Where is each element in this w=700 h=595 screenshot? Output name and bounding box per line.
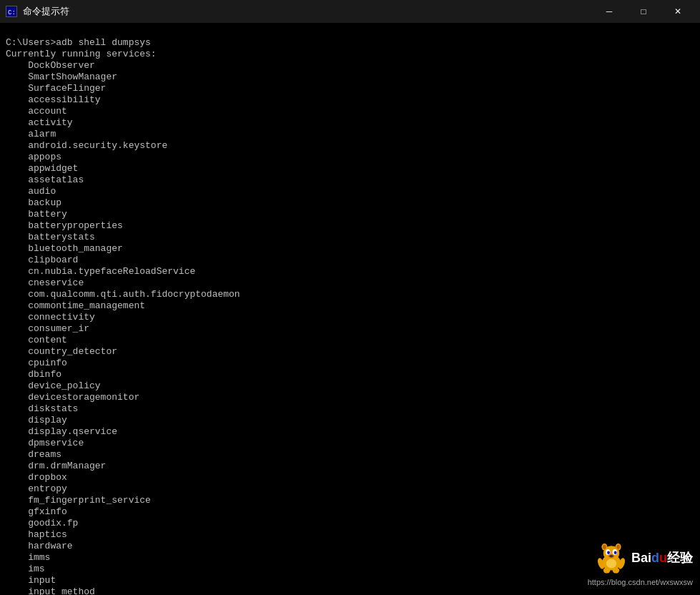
svg-point-15	[610, 555, 613, 557]
cmd-window: C: 命令提示符 ─ □ ✕ C:\Users>adb shell dumpsy…	[0, 0, 700, 595]
svg-point-7	[616, 545, 620, 549]
svg-point-11	[614, 551, 617, 554]
svg-point-10	[607, 551, 610, 554]
svg-point-6	[603, 545, 606, 549]
window-title: 命令提示符	[23, 5, 69, 18]
terminal-output: C:\Users>adb shell dumpsys Currently run…	[6, 26, 694, 595]
svg-point-20	[606, 559, 616, 569]
svg-point-18	[603, 568, 611, 574]
titlebar: C: 命令提示符 ─ □ ✕	[0, 0, 700, 23]
watermark: Baidu经验 https://blog.csdn.net/wxswxsw	[588, 541, 693, 588]
minimize-button[interactable]: ─	[593, 0, 626, 23]
watermark-brand: Baidu经验	[631, 552, 693, 564]
close-button[interactable]: ✕	[661, 0, 694, 23]
svg-point-12	[608, 551, 610, 553]
svg-text:C:: C:	[8, 9, 16, 16]
baidu-logo-area: Baidu经验	[588, 541, 693, 575]
maximize-button[interactable]: □	[627, 0, 660, 23]
terminal-content[interactable]: C:\Users>adb shell dumpsys Currently run…	[0, 23, 700, 595]
svg-point-13	[615, 551, 616, 553]
baidu-bear-icon	[594, 541, 628, 575]
window-controls: ─ □ ✕	[593, 0, 694, 23]
watermark-url: https://blog.csdn.net/wxswxsw	[588, 576, 693, 588]
cmd-icon: C:	[6, 6, 17, 17]
svg-point-19	[613, 568, 620, 574]
titlebar-left: C: 命令提示符	[6, 5, 69, 18]
